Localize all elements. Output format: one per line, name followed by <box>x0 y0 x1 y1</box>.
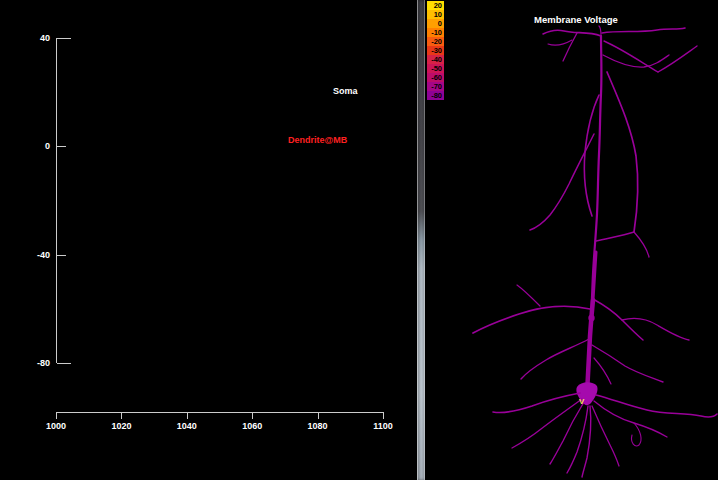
soma-voltage-marker: V <box>579 397 585 406</box>
y-axis-tick-label: -80 <box>16 358 50 368</box>
x-axis-tick-label: 1000 <box>34 421 78 431</box>
x-axis-tick <box>252 413 253 419</box>
x-axis-tick-label: 1100 <box>361 421 405 431</box>
window-divider-scrollbar[interactable] <box>417 0 425 480</box>
x-axis-tick <box>121 413 122 419</box>
x-axis-tick-label: 1040 <box>165 421 209 431</box>
voltage-graph-panel[interactable]: SomaDendrite@MB 400-40-80100010201040106… <box>0 0 417 480</box>
neuron-morphology[interactable]: V <box>426 0 718 480</box>
y-axis-tick-label: 0 <box>16 141 50 151</box>
x-axis-tick-label: 1080 <box>296 421 340 431</box>
y-axis-tick <box>57 255 66 256</box>
shape-plot-panel[interactable]: 20100-10-20-30-40-50-60-70-80 Membrane V… <box>426 0 718 480</box>
x-axis-line <box>56 412 384 413</box>
y-axis-tick-label: 40 <box>16 33 50 43</box>
x-axis-tick-label: 1020 <box>99 421 143 431</box>
y-axis-line <box>56 38 57 363</box>
x-axis-tick-label: 1060 <box>230 421 274 431</box>
trace-label-dendrite-mb[interactable]: Dendrite@MB <box>288 135 347 145</box>
y-axis-tick <box>57 146 66 147</box>
y-axis-tick <box>57 38 71 39</box>
y-axis-tick <box>57 363 71 364</box>
x-axis-tick <box>383 413 384 419</box>
neuron-simulator-app: SomaDendrite@MB 400-40-80100010201040106… <box>0 0 718 480</box>
x-axis-tick <box>56 413 57 419</box>
trace-label-soma[interactable]: Soma <box>333 86 358 96</box>
x-axis-tick <box>318 413 319 419</box>
x-axis-tick <box>187 413 188 419</box>
y-axis-tick-label: -40 <box>16 250 50 260</box>
